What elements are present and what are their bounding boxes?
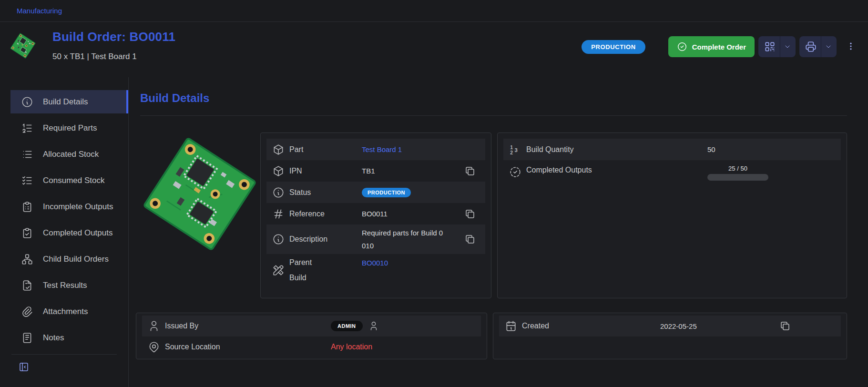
map-pin-icon (148, 341, 160, 353)
notes-icon (21, 332, 33, 344)
tools-icon (272, 264, 285, 276)
detail-row-ipn: IPN TB1 (266, 160, 485, 182)
sidebar-item-incomplete-outputs[interactable]: Incomplete Outputs (10, 195, 128, 218)
chevron-down-icon (780, 36, 796, 57)
sidebar-item-build-details[interactable]: Build Details (10, 90, 128, 113)
detail-value: BO0011 (362, 210, 464, 218)
sidebar-collapse-icon (18, 361, 30, 373)
detail-row-parent-build: Parent Build BO0010 (266, 254, 485, 286)
part-link[interactable]: Test Board 1 (362, 145, 464, 153)
dots-vertical-icon (846, 40, 856, 52)
part-thumbnail-image (10, 32, 36, 59)
list-check-icon (21, 174, 33, 187)
paperclip-icon (21, 306, 33, 318)
detail-label: Issued By (165, 322, 331, 330)
sidebar-item-allocated-stock[interactable]: Allocated Stock (10, 143, 128, 166)
copy-button[interactable] (464, 233, 477, 245)
copy-button[interactable] (464, 165, 477, 177)
detail-label: Status (289, 188, 362, 197)
sidebar-item-label: Build Details (43, 97, 88, 107)
detail-value: TB1 (362, 167, 464, 175)
progress-bar (707, 174, 768, 181)
detail-row-issued-by: Issued By ADMIN (142, 316, 481, 336)
part-image (140, 134, 259, 254)
issued-by-badge[interactable]: ADMIN (331, 321, 363, 331)
page-subtitle: 50 x TB1 | Test Board 1 (52, 52, 175, 61)
build-order-page: Manufacturing Build Order: BO0011 50 x T… (0, 0, 868, 387)
calendar-icon (505, 320, 517, 332)
chevron-down-icon (821, 36, 837, 57)
parent-build-link[interactable]: BO0010 (362, 259, 464, 267)
detail-label: Created (522, 322, 660, 330)
detail-label: Parent Build (289, 255, 323, 285)
file-check-icon (21, 279, 33, 292)
main-panel: Build Details Part Test Board 1 (129, 77, 868, 387)
list-icon (21, 148, 33, 161)
more-actions-button[interactable] (844, 38, 858, 56)
progress-label: 25 / 50 (728, 165, 747, 172)
svg-text:3: 3 (514, 147, 517, 153)
sidebar-item-attachments[interactable]: Attachments (10, 300, 128, 323)
detail-label: Source Location (165, 343, 331, 351)
barcode-actions-button[interactable] (758, 36, 796, 57)
detail-value: Required parts for Build 0010 (362, 226, 447, 252)
info-circle-icon (272, 186, 285, 199)
section-heading: Build Details (140, 92, 847, 105)
sidebar-item-completed-outputs[interactable]: Completed Outputs (10, 221, 128, 244)
printer-icon (799, 36, 821, 57)
detail-label: Build Quantity (526, 145, 707, 154)
detail-row-status: Status PRODUCTION (266, 182, 485, 203)
build-quantity-card: 1 2 3 Build Quantity 50 Completed Output… (497, 132, 847, 298)
sidebar-item-label: Attachments (43, 307, 88, 316)
detail-label: Part (289, 145, 362, 154)
sidebar-divider (11, 354, 117, 355)
detail-row-part: Part Test Board 1 (266, 139, 485, 160)
copy-icon (779, 320, 791, 332)
box-icon (272, 143, 285, 156)
issued-card: Issued By ADMIN Source Location Any loca… (136, 313, 487, 359)
complete-order-button[interactable]: Complete Order (668, 36, 755, 57)
clipboard-list-icon (21, 201, 33, 213)
box-icon (272, 165, 285, 177)
build-details-card: Part Test Board 1 IPN TB1 (260, 132, 491, 298)
info-circle-icon (21, 96, 33, 108)
progress-check-icon (509, 166, 521, 178)
sidebar-item-test-results[interactable]: Test Results (10, 274, 128, 297)
sidebar-collapse-button[interactable] (18, 361, 30, 373)
sidebar-item-label: Incomplete Outputs (43, 202, 113, 212)
sidebar-item-required-parts[interactable]: Required Parts (10, 116, 128, 140)
svg-text:2: 2 (510, 150, 513, 155)
detail-label: Description (289, 235, 362, 244)
page-title: Build Order: BO0011 (52, 30, 175, 44)
breadcrumb-manufacturing-link[interactable]: Manufacturing (17, 7, 62, 15)
source-location-value: Any location (331, 343, 481, 351)
sidebar-item-consumed-stock[interactable]: Consumed Stock (10, 169, 128, 192)
sidebar-item-label: Notes (43, 333, 64, 343)
sidebar-item-notes[interactable]: Notes (10, 326, 128, 349)
sidebar-item-child-build-orders[interactable]: Child Build Orders (10, 247, 128, 271)
print-actions-button[interactable] (799, 36, 837, 57)
page-header: Build Order: BO0011 50 x TB1 | Test Boar… (0, 22, 868, 77)
numbers-123-icon: 1 2 3 (509, 143, 521, 156)
detail-value: 50 (707, 145, 841, 153)
copy-button[interactable] (779, 320, 792, 332)
status-badge: PRODUCTION (362, 188, 411, 197)
detail-row-source-location: Source Location Any location (142, 336, 481, 357)
copy-icon (464, 165, 476, 177)
detail-label: Reference (289, 210, 362, 218)
sidebar-item-label: Allocated Stock (43, 150, 99, 159)
title-block: Build Order: BO0011 50 x TB1 | Test Boar… (52, 30, 175, 61)
svg-text:1: 1 (510, 144, 513, 150)
clipboard-check-icon (21, 227, 33, 239)
circle-check-icon (677, 41, 687, 52)
copy-icon (464, 208, 476, 220)
sitemap-icon (21, 253, 33, 265)
complete-order-label: Complete Order (692, 43, 746, 51)
detail-row-build-quantity: 1 2 3 Build Quantity 50 (503, 139, 841, 160)
user-icon (368, 321, 379, 331)
copy-button[interactable] (464, 208, 477, 220)
completed-outputs-progress: 25 / 50 (707, 165, 768, 181)
detail-row-description: Description Required parts for Build 001… (266, 224, 485, 254)
status-badge: PRODUCTION (582, 40, 645, 54)
sidebar-item-label: Required Parts (43, 123, 97, 133)
